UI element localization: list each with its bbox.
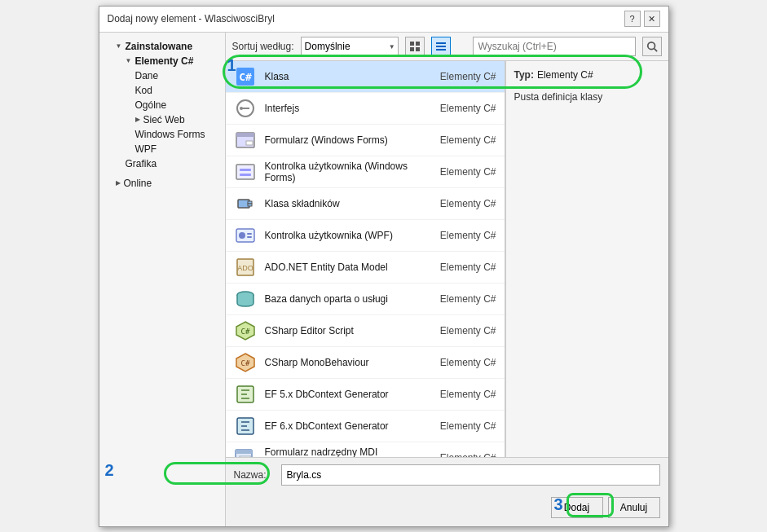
sidebar-item-online[interactable]: Online: [99, 176, 225, 191]
grid-icon: [409, 41, 421, 52]
sidebar-item-elementy-cs[interactable]: Elementy C#: [99, 54, 225, 68]
list-item[interactable]: Klasa składników Elementy C#: [226, 188, 505, 220]
item-name: Formularz nadrzędny MDI (Windows Forms): [265, 446, 423, 457]
svg-point-7: [647, 42, 655, 49]
content-split: C# Klasa Elementy C# Interfejs Elementy …: [226, 61, 668, 457]
item-name: Klasa: [265, 71, 423, 82]
item-name: CSharp MonoBehaviour: [265, 357, 423, 368]
item-name: Klasa składników: [265, 198, 423, 209]
dialog-container: Dodaj nowy element - WlasciwosciBryl ? ✕…: [99, 6, 669, 527]
svg-rect-22: [248, 204, 252, 206]
item-list: C# Klasa Elementy C# Interfejs Elementy …: [226, 61, 505, 457]
item-icon: [234, 224, 257, 247]
sidebar-item-dane[interactable]: Dane: [99, 68, 225, 83]
right-panel: Typ: Elementy C# Pusta definicja klasy: [505, 61, 668, 457]
dialog-body: Zainstalowane Elementy C# Dane Kod Ogóln…: [99, 33, 668, 526]
item-icon: [234, 415, 257, 437]
svg-rect-3: [416, 47, 420, 51]
item-icon: ADO: [234, 256, 257, 279]
action-buttons: Dodaj Anuluj: [226, 492, 668, 526]
item-category: Elementy C#: [431, 325, 496, 336]
item-name: Formularz (Windows Forms): [265, 134, 423, 146]
item-icon: C#: [234, 319, 257, 342]
list-item[interactable]: ADO ADO.NET Entity Data Model Elementy C…: [226, 252, 505, 284]
item-category: Elementy C#: [431, 420, 496, 432]
svg-rect-1: [416, 42, 420, 46]
main-area: Sortuj według: Domyślnie Nazwa Typ: [226, 33, 668, 526]
item-icon: [234, 446, 257, 457]
svg-point-24: [239, 232, 245, 239]
item-icon: C#: [234, 351, 257, 374]
list-item[interactable]: C# Klasa Elementy C#: [226, 61, 505, 93]
item-category: Elementy C#: [431, 134, 496, 146]
sidebar-item-siec-web[interactable]: Sieć Web: [99, 112, 225, 127]
sidebar-item-grafika[interactable]: Grafika: [99, 156, 225, 171]
svg-rect-0: [410, 42, 414, 46]
close-button[interactable]: ✕: [644, 11, 660, 27]
svg-rect-6: [436, 49, 446, 51]
item-name: Baza danych oparta o usługi: [265, 293, 423, 305]
sort-combo[interactable]: Domyślnie Nazwa Typ: [301, 37, 399, 56]
item-name: Interfejs: [265, 103, 423, 114]
item-category: Elementy C#: [431, 389, 496, 400]
item-category: Elementy C#: [431, 230, 496, 241]
list-item[interactable]: Kontrolka użytkownika (WPF) Elementy C#: [226, 220, 505, 252]
name-input[interactable]: [281, 464, 660, 486]
item-name: EF 6.x DbContext Generator: [265, 420, 423, 432]
view-list-button[interactable]: [431, 37, 451, 56]
list-item[interactable]: C# CSharp Editor Script Elementy C#: [226, 315, 505, 347]
item-icon: [234, 97, 257, 120]
type-label: Typ:: [514, 69, 534, 81]
sidebar-item-kod[interactable]: Kod: [99, 83, 225, 98]
list-item[interactable]: Kontrolka użytkownika (Windows Forms) El…: [226, 156, 505, 188]
svg-text:ADO: ADO: [237, 264, 253, 272]
list-icon: [435, 41, 447, 52]
svg-point-13: [240, 107, 243, 110]
svg-rect-17: [236, 165, 254, 179]
add-button[interactable]: Dodaj: [551, 497, 603, 518]
list-item[interactable]: EF 5.x DbContext Generator Elementy C#: [226, 379, 505, 411]
item-category: Elementy C#: [431, 262, 496, 273]
sidebar-item-windows-forms[interactable]: Windows Forms: [99, 127, 225, 142]
item-name: ADO.NET Entity Data Model: [265, 262, 423, 273]
item-icon: C#: [234, 65, 257, 88]
svg-line-8: [654, 48, 657, 51]
item-name: Kontrolka użytkownika (Windows Forms): [265, 160, 423, 183]
svg-rect-37: [236, 450, 252, 454]
item-icon: [234, 288, 257, 310]
sidebar-item-ogolne[interactable]: Ogólne: [99, 98, 225, 112]
cancel-button[interactable]: Anuluj: [608, 497, 660, 518]
item-category: Elementy C#: [431, 166, 496, 178]
help-button[interactable]: ?: [624, 11, 641, 27]
bottom-area: Nazwa:: [226, 457, 668, 492]
item-category: Elementy C#: [431, 198, 496, 209]
list-item[interactable]: Formularz nadrzędny MDI (Windows Forms) …: [226, 442, 505, 457]
svg-rect-4: [436, 42, 446, 44]
search-button[interactable]: [642, 37, 662, 56]
svg-rect-15: [236, 133, 254, 137]
list-item[interactable]: Interfejs Elementy C#: [226, 93, 505, 125]
item-name: EF 5.x DbContext Generator: [265, 389, 423, 400]
item-category: Elementy C#: [431, 357, 496, 368]
search-icon: [646, 41, 658, 52]
svg-text:C#: C#: [240, 328, 249, 336]
svg-text:C#: C#: [239, 71, 252, 83]
item-name: CSharp Editor Script: [265, 325, 423, 336]
svg-rect-16: [246, 141, 253, 145]
sidebar-item-wpf[interactable]: WPF: [99, 142, 225, 156]
sidebar-item-zainstalowane[interactable]: Zainstalowane: [99, 39, 225, 54]
item-icon: [234, 383, 257, 406]
type-value: Elementy C#: [537, 69, 593, 81]
list-item[interactable]: Formularz (Windows Forms) Elementy C#: [226, 125, 505, 156]
svg-rect-5: [436, 46, 446, 47]
svg-text:C#: C#: [240, 359, 249, 367]
sort-combo-wrap: Domyślnie Nazwa Typ: [301, 37, 399, 56]
list-item[interactable]: Baza danych oparta o usługi Elementy C#: [226, 284, 505, 315]
item-icon: [234, 192, 257, 215]
view-grid-button[interactable]: [405, 37, 425, 56]
list-item[interactable]: C# CSharp MonoBehaviour Elementy C#: [226, 347, 505, 379]
search-input[interactable]: [473, 37, 636, 56]
svg-rect-25: [247, 233, 252, 235]
item-icon: [234, 160, 257, 183]
list-item[interactable]: EF 6.x DbContext Generator Elementy C#: [226, 411, 505, 442]
